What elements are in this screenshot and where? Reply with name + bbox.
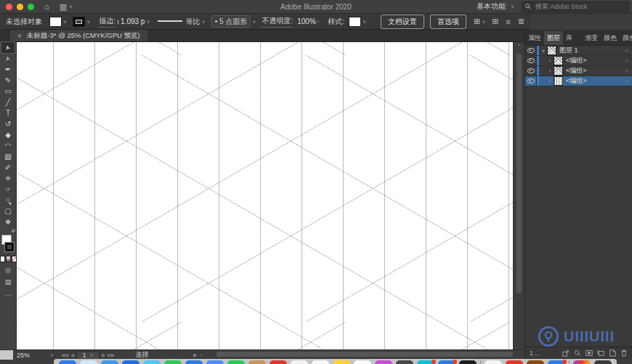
horizontal-scroll-thumb[interactable] (216, 352, 513, 357)
stock-search-field[interactable] (522, 1, 629, 12)
close-document-icon[interactable]: × (17, 32, 22, 40)
width-profile-label[interactable]: 等比 (186, 17, 200, 27)
dock-app-2[interactable] (80, 360, 97, 364)
minimize-window-button[interactable] (17, 4, 23, 10)
scroll-left-icon[interactable]: › (200, 352, 201, 358)
curvature-tool[interactable]: ✎ (1, 75, 15, 86)
layer-row[interactable]: ›<编组>○ (525, 66, 632, 76)
locate-object-icon[interactable] (574, 349, 581, 357)
chevron-down-icon[interactable]: ∨ (482, 19, 485, 25)
layer-row[interactable]: ›<编组>○ (525, 56, 632, 66)
artboard-tool[interactable]: ▢ (1, 206, 15, 217)
pen-tool[interactable]: ✒ (1, 64, 15, 75)
dock-app-17[interactable] (396, 360, 413, 364)
document-setup-button[interactable]: 文档设置 (381, 15, 424, 29)
preferences-button[interactable]: 首选项 (430, 15, 466, 29)
stroke-weight-label[interactable]: 描边: (99, 16, 116, 28)
first-artboard-icon[interactable]: ◀◀ (61, 352, 68, 358)
gradient-tool[interactable]: ▧ (1, 151, 15, 162)
chevron-down-icon[interactable]: ∨ (86, 19, 90, 25)
chevron-down-icon[interactable]: ∨ (252, 19, 256, 25)
home-icon[interactable]: ⌂ (44, 3, 49, 11)
layer-thumbnail[interactable] (554, 76, 563, 86)
opacity-value[interactable]: 100% (297, 17, 316, 25)
zoom-tool[interactable]: ○ (1, 195, 15, 206)
panel-tab-color-guide[interactable]: 颜色参 (620, 31, 632, 45)
stroke-weight-stepper[interactable]: ▴ ▾ (117, 19, 119, 25)
layer-thumbnail[interactable] (554, 66, 563, 76)
dock-app-1[interactable] (59, 360, 76, 364)
dock-app-10[interactable] (248, 360, 266, 364)
panel-tab-gradient[interactable]: 渐变 (582, 31, 601, 45)
close-window-button[interactable] (6, 4, 12, 10)
dock-app-23[interactable] (506, 360, 523, 364)
target-circle-icon[interactable]: ○ (625, 78, 628, 84)
visibility-toggle[interactable] (525, 46, 537, 55)
direct-selection-tool[interactable]: ➤ (1, 53, 15, 64)
layout-switcher-icon[interactable]: ▥ (60, 3, 67, 11)
layer-row[interactable]: ›<编组>○ (525, 76, 632, 86)
dock-app-3[interactable] (101, 360, 118, 364)
target-circle-icon[interactable]: ○ (625, 57, 628, 64)
visibility-toggle[interactable] (525, 76, 537, 86)
eyedropper-tool[interactable]: ✐ (1, 162, 15, 173)
type-tool[interactable]: T (1, 108, 15, 118)
selection-tool[interactable]: ➤ (1, 42, 15, 53)
none-button[interactable] (12, 256, 17, 262)
stroke-color-dropdown[interactable] (73, 17, 85, 27)
expand-icon[interactable]: › (546, 78, 554, 84)
artboard-canvas[interactable] (17, 42, 513, 349)
layer-thumbnail[interactable] (547, 46, 556, 55)
make-clipping-mask-icon[interactable] (586, 349, 593, 357)
dock-app-16[interactable] (375, 360, 392, 364)
dock-app-8[interactable] (206, 360, 224, 364)
symbol-sprayer-tool[interactable]: ✳ (1, 173, 15, 184)
new-layer-icon[interactable] (609, 349, 616, 357)
scroll-up-icon[interactable]: ⌃ (516, 44, 522, 50)
vertical-scroll-thumb[interactable] (516, 54, 522, 294)
zoom-level-value[interactable]: 25% (17, 352, 50, 359)
panel-list-icon[interactable]: ≣ (518, 17, 524, 26)
rectangle-tool[interactable]: ▭ (1, 86, 15, 97)
horizontal-scroll-arrows[interactable]: ▶ › (193, 352, 201, 358)
brush-definition-dropdown[interactable]: • 5 点圆形 (211, 15, 251, 28)
search-input[interactable] (534, 2, 625, 11)
fill-color-dropdown[interactable] (49, 17, 62, 27)
layout-chevron-icon[interactable]: ∨ (69, 4, 73, 9)
target-circle-icon[interactable]: ○ (625, 47, 628, 54)
document-layout-icon[interactable]: ≡ (506, 17, 510, 26)
dock-app-27[interactable] (573, 360, 591, 364)
dock-app-24[interactable] (527, 360, 544, 364)
previous-artboard-icon[interactable]: ◀ (70, 352, 74, 358)
screen-mode-icon[interactable]: ▤ (5, 278, 12, 286)
style-swatch-dropdown[interactable] (349, 17, 361, 27)
dock-app-6[interactable] (164, 360, 182, 364)
layer-name[interactable]: <编组> (566, 76, 625, 86)
gradient-button[interactable] (6, 256, 11, 262)
dock-app-22[interactable] (485, 360, 502, 364)
align-options-icon[interactable]: ⊞ (474, 17, 480, 25)
document-tab[interactable]: × 未标题-3* @ 25% (CMYK/GPU 预览) (10, 30, 147, 41)
arrange-documents-icon[interactable]: ⊞ (492, 17, 498, 26)
line-segment-tool[interactable]: ╱ (1, 97, 15, 108)
expand-icon[interactable]: › (546, 68, 554, 73)
dock-app-20[interactable] (459, 360, 477, 364)
dock-app-12[interactable] (291, 360, 308, 364)
layer-name[interactable]: <编组> (566, 56, 625, 65)
new-sublayer-icon[interactable] (597, 349, 604, 357)
workspace-switcher[interactable]: 基本功能 ∨ (477, 1, 514, 12)
free-transform-tool[interactable]: ❖ (1, 217, 15, 227)
stroke-color-swatch[interactable] (4, 242, 15, 252)
layer-row[interactable]: ∨图层 1○ (525, 46, 632, 56)
collapse-icon[interactable]: ∨ (540, 48, 547, 54)
target-circle-icon[interactable]: ○ (625, 68, 628, 74)
chevron-down-icon[interactable]: ∨ (63, 19, 67, 25)
artboard-number-field[interactable]: 1 ∨ (76, 351, 100, 360)
dock-app-19[interactable] (438, 360, 455, 364)
visibility-toggle[interactable] (525, 56, 537, 65)
dock-app-5[interactable] (143, 360, 161, 364)
dock-app-14[interactable] (333, 360, 350, 364)
panel-tab-layers[interactable]: 图层 (544, 31, 563, 45)
dock-app-15[interactable] (354, 360, 371, 364)
zoom-window-button[interactable] (28, 4, 34, 10)
